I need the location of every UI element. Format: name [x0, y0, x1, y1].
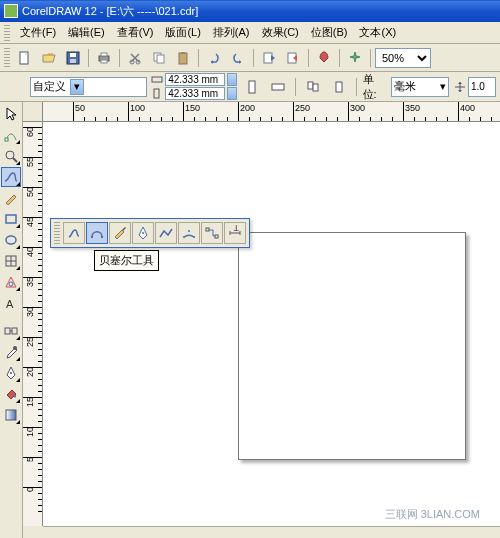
dropdown-arrow-icon: ▾: [70, 79, 84, 95]
canvas-viewport[interactable]: [43, 122, 500, 526]
menu-effects[interactable]: 效果(C): [256, 23, 305, 42]
horizontal-scrollbar[interactable]: [43, 526, 500, 538]
artistic-media-tool-button[interactable]: [109, 222, 131, 244]
interactive-blend-tool[interactable]: [1, 321, 21, 341]
open-button[interactable]: [38, 47, 60, 69]
landscape-button[interactable]: [267, 76, 289, 98]
vertical-ruler[interactable]: 605550454035302520151050: [23, 122, 43, 526]
svg-rect-3: [70, 59, 76, 63]
eyedropper-tool[interactable]: [1, 342, 21, 362]
rocket-icon: [316, 50, 332, 66]
nudge-input[interactable]: 1.0: [468, 77, 496, 97]
page-height-input[interactable]: [165, 87, 225, 100]
portrait-icon: [244, 79, 260, 95]
interactive-fill-tool[interactable]: [1, 405, 21, 425]
export-button[interactable]: [282, 47, 304, 69]
svg-rect-40: [206, 228, 209, 231]
separator: [295, 78, 296, 96]
new-button[interactable]: [14, 47, 36, 69]
text-icon: A: [3, 295, 19, 311]
cut-button[interactable]: [124, 47, 146, 69]
threepoint-curve-tool-button[interactable]: [178, 222, 200, 244]
menu-layout[interactable]: 版面(L): [159, 23, 206, 42]
import-icon: [261, 50, 277, 66]
app-logo-icon: [4, 4, 18, 18]
pages-icon: [305, 79, 321, 95]
basic-shapes-tool[interactable]: [1, 272, 21, 292]
page-preset-dropdown[interactable]: 自定义 ▾: [30, 77, 147, 97]
svg-point-25: [6, 236, 16, 244]
separator: [253, 49, 254, 67]
app-launcher-button[interactable]: [313, 47, 335, 69]
separator: [370, 49, 371, 67]
save-button[interactable]: [62, 47, 84, 69]
grip-handle-icon[interactable]: [4, 48, 10, 68]
dimension-tool-button[interactable]: 1: [224, 222, 246, 244]
svg-rect-41: [215, 235, 218, 238]
polyline-tool-button[interactable]: [155, 222, 177, 244]
svg-rect-2: [70, 53, 76, 57]
text-tool[interactable]: A: [1, 293, 21, 313]
zoom-level-select[interactable]: 50%: [375, 48, 431, 68]
pen-tool-button[interactable]: [132, 222, 154, 244]
width-icon: [151, 74, 163, 85]
smart-draw-tool[interactable]: [1, 188, 21, 208]
page-boundary: [238, 232, 466, 460]
grip-handle-icon[interactable]: [4, 25, 10, 41]
menu-text[interactable]: 文本(X): [353, 23, 402, 42]
bezier-icon: [89, 225, 105, 241]
dropdown-arrow-icon: ▾: [440, 80, 446, 93]
arrow-cursor-icon: [3, 106, 19, 122]
spinner[interactable]: [227, 73, 237, 86]
menu-bitmaps[interactable]: 位图(B): [305, 23, 354, 42]
graph-paper-tool[interactable]: [1, 251, 21, 271]
separator: [88, 49, 89, 67]
svg-text:A: A: [6, 298, 14, 310]
all-pages-button[interactable]: [302, 76, 324, 98]
menu-arrange[interactable]: 排列(A): [207, 23, 256, 42]
horizontal-ruler[interactable]: 50100150200250300350400: [43, 102, 500, 122]
sparkle-icon: [347, 50, 363, 66]
menu-file[interactable]: 文件(F): [14, 23, 62, 42]
pen-icon: [135, 225, 151, 241]
import-button[interactable]: [258, 47, 280, 69]
current-page-button[interactable]: [328, 76, 350, 98]
rectangle-tool[interactable]: [1, 209, 21, 229]
grip-handle-icon[interactable]: [54, 222, 60, 244]
freehand-tool[interactable]: [1, 167, 21, 187]
print-button[interactable]: [93, 47, 115, 69]
ruler-origin[interactable]: [23, 102, 43, 122]
welcome-button[interactable]: [344, 47, 366, 69]
spinner[interactable]: [227, 87, 237, 100]
paste-button[interactable]: [172, 47, 194, 69]
property-bar: 自定义 ▾ 单位: 毫米 ▾ 1.0: [0, 72, 500, 102]
outline-tool[interactable]: [1, 363, 21, 383]
dimension-icon: 1: [227, 225, 243, 241]
portrait-button[interactable]: [241, 76, 263, 98]
menu-view[interactable]: 查看(V): [111, 23, 160, 42]
new-file-icon: [17, 50, 33, 66]
page-width-input[interactable]: [165, 73, 225, 86]
svg-rect-16: [154, 89, 159, 98]
page-dimensions: [151, 73, 237, 100]
svg-point-37: [183, 236, 185, 238]
menu-edit[interactable]: 编辑(E): [62, 23, 111, 42]
clipboard-icon: [175, 50, 191, 66]
curve-flyout-toolbar[interactable]: 1: [50, 218, 250, 248]
nudge-icon: [453, 80, 467, 94]
connector-tool-button[interactable]: [201, 222, 223, 244]
ellipse-tool[interactable]: [1, 230, 21, 250]
redo-button[interactable]: [227, 47, 249, 69]
pick-tool[interactable]: [1, 104, 21, 124]
svg-rect-13: [264, 53, 272, 63]
fill-tool[interactable]: [1, 384, 21, 404]
unit-dropdown[interactable]: 毫米 ▾: [391, 77, 449, 97]
shape-tool[interactable]: [1, 125, 21, 145]
zoom-tool[interactable]: [1, 146, 21, 166]
undo-button[interactable]: [203, 47, 225, 69]
bezier-tool-button[interactable]: [86, 222, 108, 244]
copy-button[interactable]: [148, 47, 170, 69]
svg-point-36: [142, 232, 144, 234]
freehand-tool-button[interactable]: [63, 222, 85, 244]
svg-rect-15: [152, 77, 162, 82]
